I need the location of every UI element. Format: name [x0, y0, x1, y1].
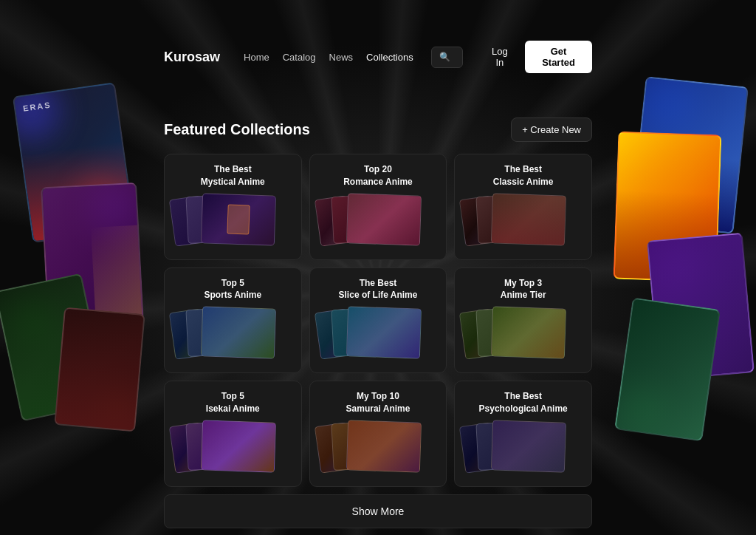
right-card-stack	[601, 74, 756, 443]
collection-title-classic: The BestClassic Anime	[455, 154, 591, 194]
section-header: Featured Collections + Create New	[164, 117, 592, 142]
collection-title-psychological: The BestPsychological Anime	[455, 381, 591, 421]
collections-grid: The BestMystical Anime Top 20Romance Ani…	[164, 154, 592, 487]
side-cards-right	[601, 74, 756, 443]
collection-card-mystical[interactable]: The BestMystical Anime	[164, 154, 302, 260]
logo: Kurosaw	[164, 50, 220, 65]
search-icon: 🔍	[439, 52, 450, 62]
collection-title-samurai: My Top 10Samurai Anime	[310, 381, 447, 421]
collection-title-tier: My Top 3Anime Tier	[455, 268, 591, 308]
collection-title-mystical: The BestMystical Anime	[165, 154, 301, 194]
collection-images-psychological	[461, 421, 585, 480]
collection-card-samurai[interactable]: My Top 10Samurai Anime	[309, 381, 447, 487]
left-card-stack: ERAS	[0, 74, 155, 443]
navbar: Kurosaw Home Catalog News Collections 🔍 …	[164, 41, 592, 73]
collection-card-classic[interactable]: The BestClassic Anime	[454, 154, 592, 260]
nav-link-catalog[interactable]: Catalog	[283, 52, 316, 63]
side-cards-left: ERAS	[0, 74, 155, 443]
collection-title-slice: The BestSlice of Life Anime	[310, 268, 447, 308]
nav-links: Home Catalog News Collections	[244, 52, 413, 63]
login-button[interactable]: Log In	[481, 41, 519, 72]
collection-card-sports[interactable]: Top 5Sports Anime	[164, 268, 302, 374]
get-started-button[interactable]: Get Started	[525, 41, 592, 73]
collection-card-slice[interactable]: The BestSlice of Life Anime	[309, 268, 447, 374]
collection-title-sports: Top 5Sports Anime	[165, 268, 301, 308]
collection-images-romance	[316, 194, 441, 253]
collection-images-slice	[316, 307, 441, 367]
nav-link-news[interactable]: News	[329, 52, 354, 63]
collection-images-classic	[461, 194, 585, 253]
section-title: Featured Collections	[164, 121, 310, 138]
collection-card-romance[interactable]: Top 20Romance Anime	[309, 154, 447, 260]
main-container: Kurosaw Home Catalog News Collections 🔍 …	[164, 0, 592, 535]
collection-images-isekai	[171, 421, 295, 480]
nav-link-collections[interactable]: Collections	[366, 52, 413, 63]
nav-actions: Log In Get Started	[481, 41, 592, 73]
collection-title-romance: Top 20Romance Anime	[310, 154, 447, 194]
show-more-button[interactable]: Show More	[164, 494, 592, 528]
collection-card-tier[interactable]: My Top 3Anime Tier	[454, 268, 592, 374]
collection-card-isekai[interactable]: Top 5Isekai Anime	[164, 381, 302, 487]
search-bar[interactable]: 🔍	[431, 47, 463, 68]
collection-card-psychological[interactable]: The BestPsychological Anime	[454, 381, 592, 487]
right-anime-card-4	[614, 298, 721, 442]
collection-images-mystical	[171, 194, 295, 253]
collection-title-isekai: Top 5Isekai Anime	[165, 381, 301, 421]
create-new-button[interactable]: + Create New	[511, 117, 592, 142]
collection-images-samurai	[316, 421, 441, 480]
collection-images-tier	[461, 307, 585, 367]
nav-link-home[interactable]: Home	[244, 52, 269, 63]
left-anime-card-4	[54, 307, 145, 432]
collection-images-sports	[171, 307, 295, 367]
